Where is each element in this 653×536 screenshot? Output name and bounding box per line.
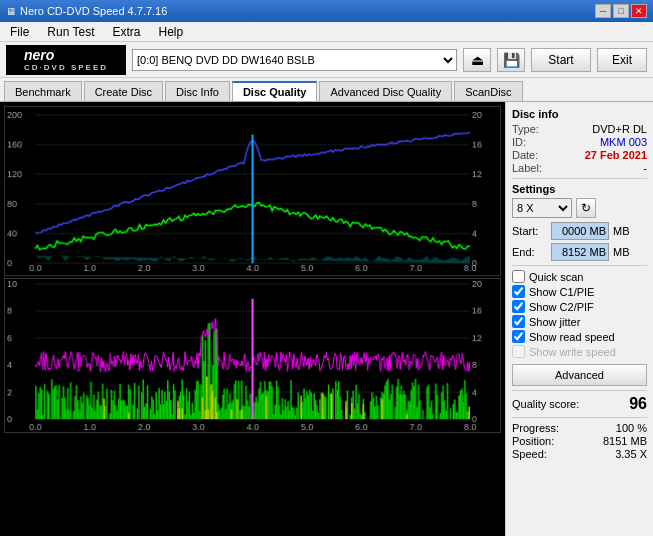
advanced-button[interactable]: Advanced	[512, 364, 647, 386]
start-button[interactable]: Start	[531, 48, 591, 72]
disc-info-title: Disc info	[512, 108, 647, 120]
quality-value: 96	[629, 395, 647, 413]
refresh-button[interactable]: ↻	[576, 198, 596, 218]
type-label: Type:	[512, 123, 539, 135]
title-bar: 🖥 Nero CD-DVD Speed 4.7.7.16 ─ □ ✕	[0, 0, 653, 22]
title-text: Nero CD-DVD Speed 4.7.7.16	[20, 5, 167, 17]
tab-disc-quality[interactable]: Disc Quality	[232, 81, 318, 101]
date-row: Date: 27 Feb 2021	[512, 149, 647, 161]
toolbar: nero CD·DVD SPEED [0:0] BENQ DVD DD DW16…	[0, 42, 653, 78]
show-c2-row: Show C2/PIF	[512, 300, 647, 313]
show-read-speed-row: Show read speed	[512, 330, 647, 343]
eject-button[interactable]: ⏏	[463, 48, 491, 72]
progress-section: Progress: 100 % Position: 8151 MB Speed:…	[512, 422, 647, 460]
save-button[interactable]: 💾	[497, 48, 525, 72]
sidebar: Disc info Type: DVD+R DL ID: MKM 003 Dat…	[505, 102, 653, 536]
divider-1	[512, 178, 647, 179]
show-c2-label: Show C2/PIF	[529, 301, 594, 313]
speed-select[interactable]: Max 1 X 2 X 4 X 8 X 12 X 16 X	[512, 198, 572, 218]
end-unit: MB	[613, 246, 630, 258]
logo-nero: nero	[24, 47, 108, 63]
divider-2	[512, 265, 647, 266]
menu-run-test[interactable]: Run Test	[41, 22, 100, 42]
end-input[interactable]	[551, 243, 609, 261]
main-content: Disc info Type: DVD+R DL ID: MKM 003 Dat…	[0, 102, 653, 536]
type-value: DVD+R DL	[592, 123, 647, 135]
drive-select[interactable]: [0:0] BENQ DVD DD DW1640 BSLB	[132, 49, 457, 71]
show-read-speed-checkbox[interactable]	[512, 330, 525, 343]
quick-scan-label: Quick scan	[529, 271, 583, 283]
speed-label: Speed:	[512, 448, 547, 460]
disc-label-value: -	[643, 162, 647, 174]
start-input[interactable]	[551, 222, 609, 240]
tab-scandisc[interactable]: ScanDisc	[454, 81, 522, 101]
show-c1-checkbox[interactable]	[512, 285, 525, 298]
show-read-speed-label: Show read speed	[529, 331, 615, 343]
show-c1-row: Show C1/PIE	[512, 285, 647, 298]
position-value: 8151 MB	[603, 435, 647, 447]
progress-value: 100 %	[616, 422, 647, 434]
quick-scan-row: Quick scan	[512, 270, 647, 283]
end-label: End:	[512, 246, 547, 258]
speed-row-prog: Speed: 3.35 X	[512, 448, 647, 460]
type-row: Type: DVD+R DL	[512, 123, 647, 135]
logo-sub: CD·DVD SPEED	[24, 63, 108, 72]
settings-title: Settings	[512, 183, 647, 195]
show-c1-label: Show C1/PIE	[529, 286, 594, 298]
position-row: Position: 8151 MB	[512, 435, 647, 447]
bottom-chart	[4, 278, 501, 433]
tab-bar: Benchmark Create Disc Disc Info Disc Qua…	[0, 78, 653, 102]
id-value: MKM 003	[600, 136, 647, 148]
menu-file[interactable]: File	[4, 22, 35, 42]
top-chart	[4, 106, 501, 276]
id-label: ID:	[512, 136, 526, 148]
logo: nero CD·DVD SPEED	[6, 45, 126, 75]
disc-label-label: Label:	[512, 162, 542, 174]
show-jitter-label: Show jitter	[529, 316, 580, 328]
end-mb-row: End: MB	[512, 243, 647, 261]
maximize-button[interactable]: □	[613, 4, 629, 18]
minimize-button[interactable]: ─	[595, 4, 611, 18]
start-label: Start:	[512, 225, 547, 237]
divider-3	[512, 390, 647, 391]
quality-row: Quality score: 96	[512, 395, 647, 413]
date-value: 27 Feb 2021	[585, 149, 647, 161]
label-row: Label: -	[512, 162, 647, 174]
progress-row: Progress: 100 %	[512, 422, 647, 434]
start-unit: MB	[613, 225, 630, 237]
date-label: Date:	[512, 149, 538, 161]
divider-4	[512, 417, 647, 418]
show-jitter-row: Show jitter	[512, 315, 647, 328]
quick-scan-checkbox[interactable]	[512, 270, 525, 283]
menu-help[interactable]: Help	[153, 22, 190, 42]
app-icon: 🖥	[6, 6, 16, 17]
progress-label: Progress:	[512, 422, 559, 434]
show-jitter-checkbox[interactable]	[512, 315, 525, 328]
speed-row: Max 1 X 2 X 4 X 8 X 12 X 16 X ↻	[512, 198, 647, 218]
id-row: ID: MKM 003	[512, 136, 647, 148]
tab-create-disc[interactable]: Create Disc	[84, 81, 163, 101]
window-controls[interactable]: ─ □ ✕	[595, 4, 647, 18]
close-button[interactable]: ✕	[631, 4, 647, 18]
position-label: Position:	[512, 435, 554, 447]
chart-area	[0, 102, 505, 536]
show-write-speed-label: Show write speed	[529, 346, 616, 358]
quality-label: Quality score:	[512, 398, 579, 410]
exit-button[interactable]: Exit	[597, 48, 647, 72]
show-write-speed-checkbox[interactable]	[512, 345, 525, 358]
show-write-speed-row: Show write speed	[512, 345, 647, 358]
tab-advanced-disc-quality[interactable]: Advanced Disc Quality	[319, 81, 452, 101]
start-mb-row: Start: MB	[512, 222, 647, 240]
tab-benchmark[interactable]: Benchmark	[4, 81, 82, 101]
show-c2-checkbox[interactable]	[512, 300, 525, 313]
menu-bar: File Run Test Extra Help	[0, 22, 653, 42]
speed-value: 3.35 X	[615, 448, 647, 460]
tab-disc-info[interactable]: Disc Info	[165, 81, 230, 101]
menu-extra[interactable]: Extra	[106, 22, 146, 42]
